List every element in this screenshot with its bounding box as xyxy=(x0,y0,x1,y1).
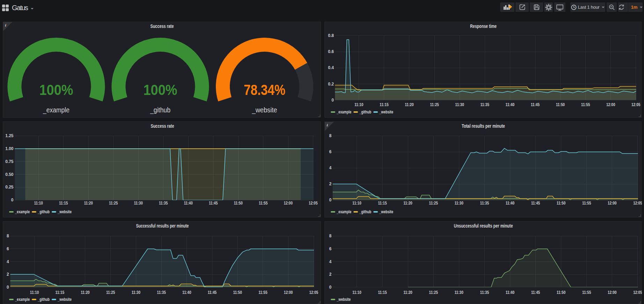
svg-text:11:35: 11:35 xyxy=(480,102,489,107)
svg-text:_github: _github xyxy=(37,209,50,214)
svg-text:11:25: 11:25 xyxy=(429,290,438,295)
svg-text:_github: _github xyxy=(37,297,50,302)
svg-text:0: 0 xyxy=(7,285,9,290)
svg-text:11:55: 11:55 xyxy=(259,201,268,206)
svg-text:11:30: 11:30 xyxy=(454,290,463,295)
svg-text:12:05: 12:05 xyxy=(633,201,642,206)
svg-text:100%: 100% xyxy=(144,81,177,98)
svg-text:0.8: 0.8 xyxy=(328,33,334,38)
svg-text:_github: _github xyxy=(359,110,371,114)
svg-text:2: 2 xyxy=(329,181,332,186)
svg-text:4: 4 xyxy=(329,165,332,170)
svg-text:_website: _website xyxy=(379,209,393,214)
svg-text:11:30: 11:30 xyxy=(132,290,141,295)
svg-text:11:45: 11:45 xyxy=(209,201,218,206)
svg-text:11:45: 11:45 xyxy=(208,290,217,295)
svg-text:11:55: 11:55 xyxy=(581,102,590,107)
svg-text:11:20: 11:20 xyxy=(84,201,93,206)
svg-text:11:30: 11:30 xyxy=(454,201,463,206)
svg-text:_example: _example xyxy=(336,209,351,214)
svg-text:11:45: 11:45 xyxy=(531,201,540,206)
svg-text:_example: _example xyxy=(15,297,30,302)
svg-text:12:05: 12:05 xyxy=(631,102,641,107)
svg-text:12:05: 12:05 xyxy=(633,290,642,295)
svg-text:11:25: 11:25 xyxy=(109,201,118,206)
svg-text:11:40: 11:40 xyxy=(506,102,515,107)
svg-text:2: 2 xyxy=(329,272,332,277)
svg-text:11:15: 11:15 xyxy=(378,290,387,295)
svg-text:11:15: 11:15 xyxy=(380,102,389,107)
svg-text:Success rate: Success rate xyxy=(151,23,174,29)
svg-text:0: 0 xyxy=(329,285,332,290)
svg-text:11:55: 11:55 xyxy=(582,201,591,206)
svg-text:11:25: 11:25 xyxy=(430,102,439,107)
svg-text:11:45: 11:45 xyxy=(531,102,540,107)
svg-text:Unsuccessful results per minut: Unsuccessful results per minute xyxy=(454,223,513,229)
svg-text:11:15: 11:15 xyxy=(56,290,65,295)
svg-text:11:55: 11:55 xyxy=(582,290,591,295)
svg-text:11:20: 11:20 xyxy=(405,102,414,107)
svg-text:2: 2 xyxy=(7,272,9,277)
svg-text:4: 4 xyxy=(329,259,332,264)
svg-text:11:10: 11:10 xyxy=(34,201,43,206)
svg-text:11:30: 11:30 xyxy=(134,201,143,206)
svg-text:0: 0 xyxy=(329,198,332,202)
svg-text:11:10: 11:10 xyxy=(352,290,361,295)
svg-text:11:40: 11:40 xyxy=(506,290,515,295)
svg-text:_website: _website xyxy=(252,106,277,114)
svg-text:_example: _example xyxy=(336,110,351,114)
svg-text:11:20: 11:20 xyxy=(403,201,412,206)
svg-text:100%: 100% xyxy=(39,81,73,98)
svg-text:Total results per minute: Total results per minute xyxy=(462,123,505,129)
svg-text:11:50: 11:50 xyxy=(234,201,243,206)
svg-text:6: 6 xyxy=(329,149,332,154)
svg-text:11:10: 11:10 xyxy=(354,102,364,107)
svg-text:11:20: 11:20 xyxy=(403,290,412,295)
svg-text:_github: _github xyxy=(359,209,371,214)
svg-text:11:20: 11:20 xyxy=(81,290,90,295)
svg-text:11:30: 11:30 xyxy=(455,102,464,107)
svg-text:6: 6 xyxy=(329,246,332,251)
svg-text:78.34%: 78.34% xyxy=(244,81,285,98)
svg-text:_website: _website xyxy=(336,297,351,302)
svg-text:11:35: 11:35 xyxy=(480,201,489,206)
svg-text:11:15: 11:15 xyxy=(378,201,387,206)
svg-text:_website: _website xyxy=(57,297,72,302)
svg-text:Response time: Response time xyxy=(470,23,497,29)
svg-text:0: 0 xyxy=(11,198,14,202)
svg-text:_example: _example xyxy=(43,106,69,114)
svg-text:4: 4 xyxy=(7,259,9,264)
svg-text:11:50: 11:50 xyxy=(557,201,566,206)
svg-text:12:05: 12:05 xyxy=(309,290,319,295)
svg-text:8: 8 xyxy=(329,233,332,238)
svg-text:11:35: 11:35 xyxy=(480,290,489,295)
svg-text:_website: _website xyxy=(379,110,393,114)
svg-text:8: 8 xyxy=(329,133,332,138)
svg-text:12:05: 12:05 xyxy=(309,201,318,206)
svg-text:_website: _website xyxy=(57,209,72,214)
svg-text:11:50: 11:50 xyxy=(233,290,242,295)
svg-text:Successful results per minute: Successful results per minute xyxy=(136,223,189,229)
svg-text:0.25: 0.25 xyxy=(5,185,14,190)
svg-text:11:10: 11:10 xyxy=(30,290,39,295)
svg-text:12:00: 12:00 xyxy=(608,290,617,295)
svg-text:12:00: 12:00 xyxy=(608,201,617,206)
svg-text:11:25: 11:25 xyxy=(106,290,115,295)
svg-text:12:00: 12:00 xyxy=(284,201,293,206)
svg-text:Success rate: Success rate xyxy=(151,123,174,129)
svg-text:11:55: 11:55 xyxy=(258,290,268,295)
svg-text:12:00: 12:00 xyxy=(606,102,615,107)
svg-text:0.50: 0.50 xyxy=(5,172,14,177)
svg-text:6: 6 xyxy=(7,246,9,251)
svg-text:1.25: 1.25 xyxy=(5,133,14,138)
svg-text:11:40: 11:40 xyxy=(506,201,515,206)
svg-text:11:35: 11:35 xyxy=(159,201,168,206)
svg-text:0.2: 0.2 xyxy=(328,82,334,87)
svg-text:1.00: 1.00 xyxy=(5,146,14,151)
svg-text:11:45: 11:45 xyxy=(531,290,540,295)
svg-text:11:50: 11:50 xyxy=(556,102,565,107)
svg-text:11:40: 11:40 xyxy=(184,201,193,206)
svg-text:11:50: 11:50 xyxy=(557,290,566,295)
svg-text:_github: _github xyxy=(150,106,170,114)
svg-text:0.4: 0.4 xyxy=(328,65,334,70)
